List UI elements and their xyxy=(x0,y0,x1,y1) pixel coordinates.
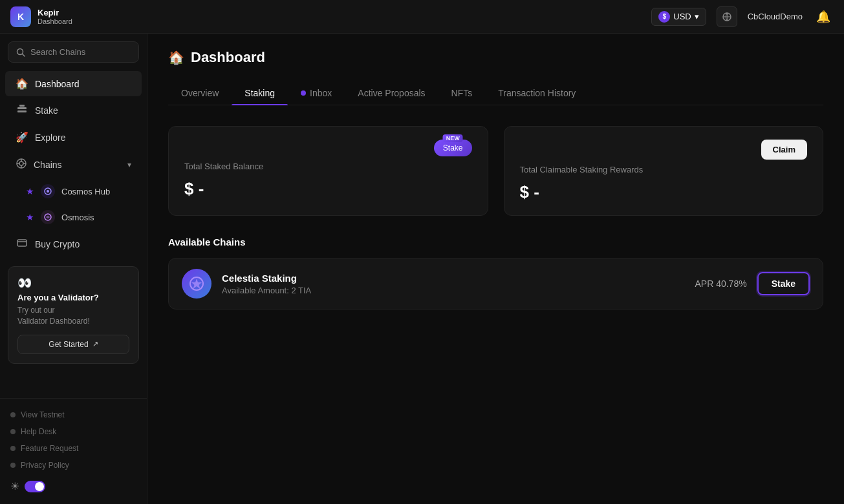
stake-button[interactable]: NEW Stake xyxy=(434,140,472,156)
footer-label: Privacy Policy xyxy=(21,461,69,470)
footer-item-privacy-policy[interactable]: Privacy Policy xyxy=(8,457,139,474)
chain-available: Available Amount: 2 TIA xyxy=(222,286,311,295)
chains-label: Chains xyxy=(34,160,62,170)
tab-inbox[interactable]: Inbox xyxy=(288,81,345,105)
tab-active-proposals[interactable]: Active Proposals xyxy=(345,81,438,105)
cosmos-hub-icon xyxy=(41,184,55,198)
dashboard-icon: 🏠 xyxy=(16,78,28,90)
footer-dot-icon xyxy=(10,463,16,468)
search-chains-input[interactable]: Search Chains xyxy=(8,41,139,63)
validator-title: Are you a Validator? xyxy=(17,293,129,302)
sidebar: Search Chains 🏠 Dashboard Stake 🚀 Explor… xyxy=(0,34,147,504)
chain-name: Celestia Staking xyxy=(222,273,311,284)
currency-icon: $ xyxy=(658,11,670,23)
sidebar-footer: View Testnet Help Desk Feature Request P… xyxy=(0,398,147,504)
tab-staking[interactable]: Staking xyxy=(232,81,288,105)
app-title: Kepir Dashboard xyxy=(38,8,72,25)
main-content: 🏠 Dashboard Overview Staking Inbox Activ… xyxy=(147,34,844,504)
claim-button[interactable]: Claim xyxy=(761,140,807,160)
footer-label: Help Desk xyxy=(21,427,56,436)
chains-section[interactable]: Chains ▾ xyxy=(5,151,142,178)
tab-transaction-history-label: Transaction History xyxy=(498,88,576,98)
tab-overview-label: Overview xyxy=(181,88,219,98)
footer-label: View Testnet xyxy=(21,410,65,419)
layout: Search Chains 🏠 Dashboard Stake 🚀 Explor… xyxy=(0,34,844,504)
sidebar-item-explore[interactable]: 🚀 Explore xyxy=(5,125,142,150)
footer-label: Feature Request xyxy=(21,444,78,453)
chevron-icon: ▾ xyxy=(127,160,131,169)
explore-icon: 🚀 xyxy=(16,131,28,143)
notification-bell[interactable]: 🔔 xyxy=(813,6,834,27)
footer-dot-icon xyxy=(10,429,16,434)
buy-crypto-icon xyxy=(16,237,28,251)
claimable-label: Total Claimable Staking Rewards xyxy=(520,165,808,174)
sidebar-item-stake[interactable]: Stake xyxy=(5,98,142,123)
app-brand: Kepir xyxy=(38,8,72,17)
topbar-left: K Kepir Dashboard xyxy=(10,6,72,27)
staked-balance-label: Total Staked Balance xyxy=(184,162,472,171)
moon-circle xyxy=(35,482,44,491)
tab-overview[interactable]: Overview xyxy=(168,81,232,105)
svg-rect-4 xyxy=(17,107,27,109)
card-actions: NEW Stake xyxy=(184,140,472,156)
claimable-value: $ - xyxy=(520,182,808,202)
staked-balance-card: NEW Stake Total Staked Balance $ - xyxy=(168,126,488,216)
sidebar-item-cosmos-hub[interactable]: ★ Cosmos Hub xyxy=(5,179,142,204)
footer-dot-icon xyxy=(10,446,16,451)
chevron-down-icon: ▾ xyxy=(695,12,699,21)
osmosis-label: Osmosis xyxy=(61,213,94,222)
chain-info-celestia: Celestia Staking Available Amount: 2 TIA xyxy=(222,273,311,295)
sidebar-item-label: Explore xyxy=(35,132,65,143)
tab-staking-label: Staking xyxy=(244,88,275,98)
cards-row: NEW Stake Total Staked Balance $ - Claim… xyxy=(168,126,823,216)
star-icon: ★ xyxy=(26,186,34,196)
search-icon xyxy=(16,48,25,57)
apr-label: APR 40.78% xyxy=(695,278,746,289)
sidebar-item-buy-crypto[interactable]: Buy Crypto xyxy=(5,231,142,258)
network-icon[interactable] xyxy=(717,6,737,27)
new-badge: NEW xyxy=(443,134,463,142)
currency-selector[interactable]: $ USD ▾ xyxy=(651,8,706,26)
get-started-button[interactable]: Get Started ↗ xyxy=(17,335,129,354)
chains-section-left: Chains xyxy=(16,158,62,171)
svg-point-14 xyxy=(47,190,49,193)
sidebar-item-label: Dashboard xyxy=(35,79,80,89)
sidebar-item-osmosis[interactable]: ★ Osmosis xyxy=(5,205,142,229)
celestia-logo xyxy=(182,269,211,299)
username: CbCloudDemo xyxy=(748,12,803,21)
user-menu[interactable]: CbCloudDemo xyxy=(748,12,803,21)
buy-crypto-label: Buy Crypto xyxy=(35,239,80,249)
theme-toggle[interactable]: ☀ xyxy=(8,476,139,496)
available-chains-title: Available Chains xyxy=(168,236,823,247)
chains-icon xyxy=(16,158,27,171)
tab-transaction-history[interactable]: Transaction History xyxy=(485,81,589,105)
external-link-icon: ↗ xyxy=(92,340,98,348)
tabs: Overview Staking Inbox Active Proposals … xyxy=(168,81,823,105)
theme-moon-toggle[interactable] xyxy=(25,481,45,492)
sidebar-item-dashboard[interactable]: 🏠 Dashboard xyxy=(5,71,142,96)
svg-rect-5 xyxy=(17,110,27,112)
stake-icon xyxy=(16,104,28,117)
svg-line-3 xyxy=(23,54,25,56)
validator-desc: Try out ourValidator Dashboard! xyxy=(17,305,129,327)
tab-nfts[interactable]: NFTs xyxy=(438,81,486,105)
sun-icon[interactable]: ☀ xyxy=(10,480,19,492)
claimable-rewards-card: Claim Total Claimable Staking Rewards $ … xyxy=(504,126,824,216)
home-icon: 🏠 xyxy=(168,50,184,65)
chain-row-right: APR 40.78% Stake xyxy=(695,272,810,295)
stake-chain-button[interactable]: Stake xyxy=(757,272,810,295)
svg-point-8 xyxy=(19,162,23,165)
get-started-label: Get Started xyxy=(49,340,88,349)
footer-dot-icon xyxy=(10,412,16,417)
page-header: 🏠 Dashboard xyxy=(168,49,823,66)
osmosis-icon xyxy=(41,210,55,224)
currency-label: USD xyxy=(673,12,691,21)
footer-item-feature-request[interactable]: Feature Request xyxy=(8,440,139,457)
inbox-dot-icon xyxy=(301,90,306,96)
footer-item-view-testnet[interactable]: View Testnet xyxy=(8,406,139,423)
topbar: K Kepir Dashboard $ USD ▾ CbCloudDemo 🔔 xyxy=(0,0,844,34)
tab-nfts-label: NFTs xyxy=(451,88,473,98)
svg-rect-6 xyxy=(19,105,25,107)
footer-item-help-desk[interactable]: Help Desk xyxy=(8,423,139,440)
stake-button-label: Stake xyxy=(443,143,463,152)
